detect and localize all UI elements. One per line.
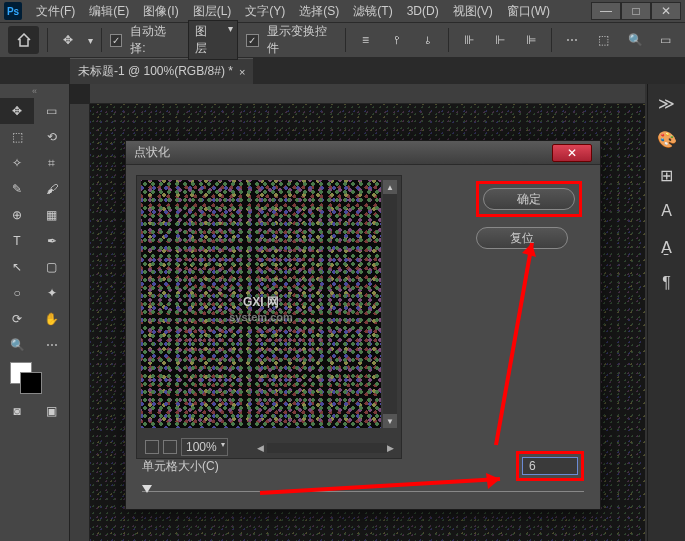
cell-size-input[interactable] bbox=[522, 457, 578, 475]
menu-window[interactable]: 窗口(W) bbox=[501, 1, 556, 22]
separator bbox=[345, 28, 346, 52]
maximize-button[interactable]: □ bbox=[621, 2, 651, 20]
preview-vertical-scrollbar[interactable]: ▲ ▼ bbox=[383, 180, 397, 428]
auto-select-dropdown[interactable]: 图层 bbox=[188, 20, 237, 60]
menu-select[interactable]: 选择(S) bbox=[293, 1, 345, 22]
color-swatches[interactable] bbox=[0, 358, 69, 398]
menu-image[interactable]: 图像(I) bbox=[137, 1, 184, 22]
background-color[interactable] bbox=[20, 372, 42, 394]
cell-size-field[interactable] bbox=[529, 458, 571, 474]
menu-layer[interactable]: 图层(L) bbox=[187, 1, 238, 22]
home-button[interactable] bbox=[8, 26, 39, 54]
preview-area: GXI 网 system.com ▲ ▼ 100% ◀ ▶ bbox=[136, 175, 402, 459]
menu-bar: Ps 文件(F) 编辑(E) 图像(I) 图层(L) 文字(Y) 选择(S) 滤… bbox=[0, 0, 685, 22]
type-tool[interactable]: T bbox=[0, 228, 34, 254]
cell-size-label: 单元格大小(C) bbox=[142, 458, 219, 475]
ruler-vertical[interactable] bbox=[70, 104, 90, 541]
3d-mode-icon[interactable]: ⬚ bbox=[592, 28, 615, 52]
dialog-title: 点状化 bbox=[134, 144, 170, 161]
paragraph-panel-icon[interactable]: ¶ bbox=[654, 270, 680, 296]
screen-mode-tool[interactable]: ▣ bbox=[35, 398, 69, 424]
window-controls: — □ ✕ bbox=[591, 2, 681, 20]
reset-button[interactable]: 复位 bbox=[476, 227, 568, 249]
lasso-tool[interactable]: ⟲ bbox=[35, 124, 69, 150]
more-icon[interactable]: ⋯ bbox=[560, 28, 583, 52]
pen-tool[interactable]: ✒ bbox=[35, 228, 69, 254]
menu-edit[interactable]: 编辑(E) bbox=[83, 1, 135, 22]
home-icon bbox=[16, 33, 32, 47]
dialog-titlebar[interactable]: 点状化 ✕ bbox=[126, 141, 600, 165]
tools-panel: « ✥ ▭ ⬚ ⟲ ✧ ⌗ ✎ 🖌 ⊕ ▦ T ✒ ↖ ▢ ○ ✦ ⟳ ✋ 🔍 … bbox=[0, 84, 70, 541]
ellipse-tool[interactable]: ○ bbox=[0, 280, 34, 306]
move-tool-icon[interactable]: ✥ bbox=[56, 28, 79, 52]
hand-tool[interactable]: ✋ bbox=[35, 306, 69, 332]
document-tab[interactable]: 未标题-1 @ 100%(RGB/8#) * × bbox=[70, 58, 253, 84]
menu-file[interactable]: 文件(F) bbox=[30, 1, 81, 22]
scroll-up-icon[interactable]: ▲ bbox=[383, 180, 397, 194]
rotate-view-tool[interactable]: ⟳ bbox=[0, 306, 34, 332]
scroll-down-icon[interactable]: ▼ bbox=[383, 414, 397, 428]
ok-button[interactable]: 确定 bbox=[483, 188, 575, 210]
marquee-tool[interactable]: ⬚ bbox=[0, 124, 34, 150]
distribute-icon[interactable]: ⊪ bbox=[457, 28, 480, 52]
dialog-close-button[interactable]: ✕ bbox=[552, 144, 592, 162]
menu-view[interactable]: 视图(V) bbox=[447, 1, 499, 22]
align-icon[interactable]: ≡ bbox=[354, 28, 377, 52]
watermark: GXI 网 system.com bbox=[229, 285, 293, 323]
distribute-icon[interactable]: ⊩ bbox=[488, 28, 511, 52]
artboard-tool[interactable]: ▭ bbox=[35, 98, 69, 124]
align-icon[interactable]: ⫯ bbox=[385, 28, 408, 52]
move-tool[interactable]: ✥ bbox=[0, 98, 34, 124]
clone-tool[interactable]: ⊕ bbox=[0, 202, 34, 228]
filter-preview[interactable]: GXI 网 system.com bbox=[141, 180, 381, 428]
shape-tool[interactable]: ▢ bbox=[35, 254, 69, 280]
color-panel-icon[interactable]: 🎨 bbox=[654, 126, 680, 152]
distribute-icon[interactable]: ⊫ bbox=[520, 28, 543, 52]
minimize-button[interactable]: — bbox=[591, 2, 621, 20]
pointillize-dialog: 点状化 ✕ GXI 网 system.com ▲ ▼ 100% ◀ bbox=[125, 140, 601, 510]
menu-type[interactable]: 文字(Y) bbox=[239, 1, 291, 22]
document-tab-title: 未标题-1 @ 100%(RGB/8#) * bbox=[78, 63, 233, 80]
gradient-tool[interactable]: ▦ bbox=[35, 202, 69, 228]
swatches-panel-icon[interactable]: ⊞ bbox=[654, 162, 680, 188]
collapse-tools-icon[interactable]: « bbox=[0, 84, 69, 98]
align-icon[interactable]: ⫰ bbox=[417, 28, 440, 52]
slider-thumb[interactable] bbox=[142, 485, 152, 493]
crop-tool[interactable]: ⌗ bbox=[35, 150, 69, 176]
close-tab-icon[interactable]: × bbox=[239, 66, 245, 78]
highlight-ok: 确定 bbox=[476, 181, 582, 217]
path-select-tool[interactable]: ↖ bbox=[0, 254, 34, 280]
document-tab-bar: 未标题-1 @ 100%(RGB/8#) * × bbox=[0, 58, 685, 84]
quick-mask-tool[interactable]: ◙ bbox=[0, 398, 34, 424]
options-bar: ✥ ▾ 自动选择: 图层 显示变换控件 ≡ ⫯ ⫰ ⊪ ⊩ ⊫ ⋯ ⬚ 🔍 ▭ bbox=[0, 22, 685, 58]
edit-toolbar[interactable]: ⋯ bbox=[35, 332, 69, 358]
highlight-cell-input bbox=[516, 451, 584, 481]
close-window-button[interactable]: ✕ bbox=[651, 2, 681, 20]
separator bbox=[101, 28, 102, 52]
character-panel-icon[interactable]: A bbox=[654, 198, 680, 224]
ruler-horizontal[interactable] bbox=[90, 84, 645, 104]
menu-3d[interactable]: 3D(D) bbox=[401, 2, 445, 20]
expand-dock-icon[interactable]: ≫ bbox=[654, 90, 680, 116]
auto-select-label: 自动选择: bbox=[130, 23, 180, 57]
brush-tool[interactable]: 🖌 bbox=[35, 176, 69, 202]
menu-filter[interactable]: 滤镜(T) bbox=[347, 1, 398, 22]
annotation-arrow-ok bbox=[484, 229, 544, 449]
ps-logo: Ps bbox=[4, 2, 22, 20]
glyphs-panel-icon[interactable]: A̱ bbox=[654, 234, 680, 260]
zoom-tool[interactable]: 🔍 bbox=[0, 332, 34, 358]
show-transform-checkbox[interactable] bbox=[246, 34, 259, 47]
show-transform-label: 显示变换控件 bbox=[267, 23, 337, 57]
separator bbox=[551, 28, 552, 52]
auto-select-checkbox[interactable] bbox=[110, 34, 123, 47]
search-icon[interactable]: 🔍 bbox=[623, 28, 647, 52]
magic-wand-tool[interactable]: ✧ bbox=[0, 150, 34, 176]
eyedropper-tool[interactable]: ✎ bbox=[0, 176, 34, 202]
separator bbox=[47, 28, 48, 52]
separator bbox=[448, 28, 449, 52]
custom-shape-tool[interactable]: ✦ bbox=[35, 280, 69, 306]
cell-size-slider[interactable] bbox=[142, 487, 584, 497]
right-dock: ≫ 🎨 ⊞ A A̱ ¶ bbox=[647, 84, 685, 541]
workspace-icon[interactable]: ▭ bbox=[653, 28, 677, 52]
